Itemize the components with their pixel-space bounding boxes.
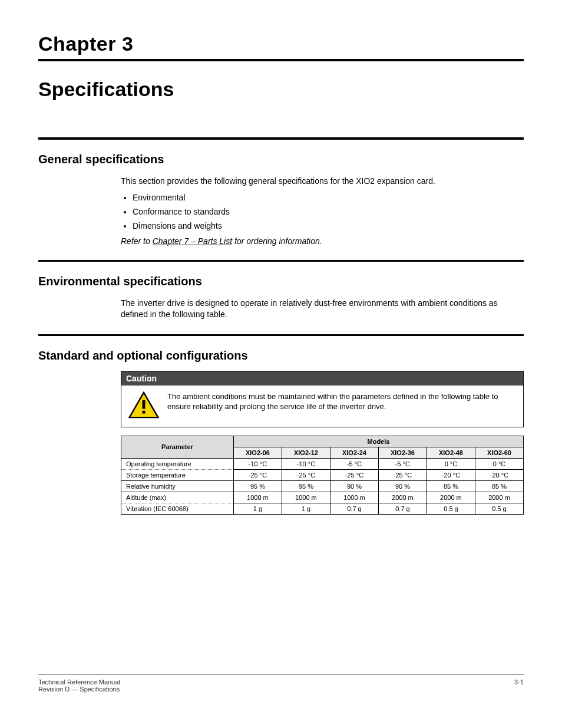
table-header-row: Parameter Models [121, 436, 524, 447]
models-header: Models [233, 436, 523, 447]
cell: 95 % [282, 480, 330, 492]
caution-header: Caution [121, 371, 523, 386]
cell: 1 g [282, 503, 330, 514]
cell: -10 °C [233, 458, 282, 469]
refer-prefix: Refer to [121, 236, 153, 246]
bullet-item: Conformance to standards [133, 207, 524, 216]
footer-left: Technical Reference Manual Revision D — … [38, 678, 120, 693]
row-label: Operating temperature [121, 458, 234, 469]
chapter-label: Chapter 3 [38, 32, 524, 55]
cell: -20 °C [427, 469, 475, 480]
model-col: XIO2-48 [427, 447, 475, 458]
model-col: XIO2-12 [282, 447, 330, 458]
chapter-header: Chapter 3 Specifications [38, 0, 524, 140]
cell: 2000 m [427, 492, 475, 503]
chapter-title: Specifications [38, 78, 524, 101]
cell: -25 °C [378, 469, 427, 480]
cell: -25 °C [233, 469, 282, 480]
svg-rect-1 [143, 400, 146, 409]
model-col: XIO2-60 [475, 447, 523, 458]
cell: 1000 m [330, 492, 378, 503]
model-col: XIO2-06 [233, 447, 282, 458]
refer-suffix: for ordering information. [232, 236, 322, 246]
row-label: Vibration (IEC 60068) [121, 503, 234, 514]
section-general-intro: This section provides the following gene… [121, 176, 524, 187]
cell: -25 °C [282, 469, 330, 480]
section-general: General specifications This section prov… [38, 153, 524, 246]
cell: 2000 m [378, 492, 427, 503]
cell: 2000 m [475, 492, 523, 503]
table-row: Storage temperature -25 °C -25 °C -25 °C… [121, 469, 524, 480]
refer-link: Chapter 7 – Parts List [153, 236, 232, 246]
cell: 90 % [330, 480, 378, 492]
cell: 1 g [233, 503, 282, 514]
cell: -10 °C [282, 458, 330, 469]
cell: 1000 m [282, 492, 330, 503]
cell: -5 °C [330, 458, 378, 469]
rule-mid-2 [38, 334, 524, 336]
cell: -25 °C [330, 469, 378, 480]
table-row: Vibration (IEC 60068) 1 g 1 g 0.7 g 0.7 … [121, 503, 524, 514]
cell: 85 % [475, 480, 523, 492]
table-row: Altitude (max) 1000 m 1000 m 1000 m 2000… [121, 492, 524, 503]
bullet-item: Dimensions and weights [133, 221, 524, 230]
svg-rect-2 [143, 410, 146, 413]
cell: 0.7 g [330, 503, 378, 514]
section-general-title: General specifications [38, 153, 524, 166]
cell: 85 % [427, 480, 475, 492]
cell: 0.5 g [475, 503, 523, 514]
model-col: XIO2-36 [378, 447, 427, 458]
cell: -5 °C [378, 458, 427, 469]
section-env-title: Environmental specifications [38, 275, 524, 288]
caution-text: The ambient conditions must be maintaine… [167, 391, 516, 412]
warning-triangle-icon [128, 391, 159, 419]
rule-top [38, 59, 524, 61]
refer-line: Refer to Chapter 7 – Parts List for orde… [121, 236, 524, 246]
model-col: XIO2-24 [330, 447, 378, 458]
row-label: Storage temperature [121, 469, 234, 480]
cell: 95 % [233, 480, 282, 492]
cell: 0.7 g [378, 503, 427, 514]
footer-page-number: 3-1 [514, 678, 524, 693]
caution-body: The ambient conditions must be maintaine… [121, 386, 523, 427]
table-row: Relative humidity 95 % 95 % 90 % 90 % 85… [121, 480, 524, 492]
config-heading: Standard and optional configurations [38, 349, 524, 363]
page-footer: Technical Reference Manual Revision D — … [38, 674, 524, 693]
caution-box: Caution The ambient conditions must be m… [121, 371, 524, 427]
cell: 0.5 g [427, 503, 475, 514]
rule-under-title [38, 137, 524, 140]
bullet-item: Environmental [133, 193, 524, 202]
section-config: Standard and optional configurations Cau… [38, 349, 524, 515]
rule-mid-1 [38, 260, 524, 262]
section-env-body: The inverter drive is designed to operat… [121, 298, 524, 320]
row-label: Altitude (max) [121, 492, 234, 503]
cell: 1000 m [233, 492, 282, 503]
row-label: Relative humidity [121, 480, 234, 492]
cell: 0 °C [475, 458, 523, 469]
cell: -20 °C [475, 469, 523, 480]
general-bullet-list: Environmental Conformance to standards D… [133, 193, 524, 230]
table-row: Operating temperature -10 °C -10 °C -5 °… [121, 458, 524, 469]
cell: 0 °C [427, 458, 475, 469]
cell: 90 % [378, 480, 427, 492]
section-env: Environmental specifications The inverte… [38, 275, 524, 320]
spec-table: Parameter Models XIO2-06 XIO2-12 XIO2-24… [121, 436, 524, 515]
param-header: Parameter [121, 436, 234, 458]
